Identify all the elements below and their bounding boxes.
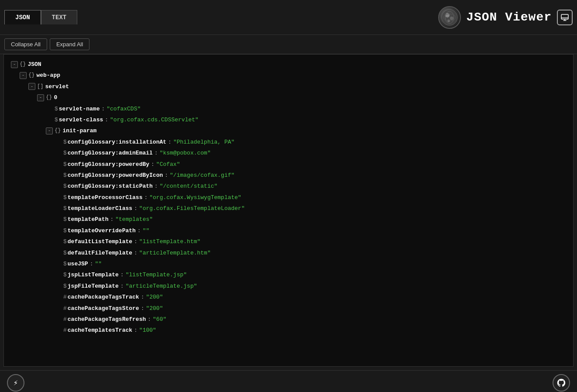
tab-json[interactable]: JSON — [4, 10, 41, 24]
tree-line: -{}JSON — [11, 59, 566, 70]
val-string: "cofaxCDS" — [106, 104, 141, 114]
key-prefix: $ — [63, 137, 67, 147]
tree-line: -{}init-param — [11, 125, 566, 136]
toggle-btn[interactable]: - — [37, 94, 44, 101]
colon: : — [137, 226, 141, 236]
tree-line: $configGlossary:installationAt:"Philadel… — [11, 137, 566, 148]
logo-icon — [438, 6, 461, 29]
colon: : — [110, 214, 113, 224]
key-name: configGlossary:installationAt — [68, 137, 166, 147]
node-label: JSON — [27, 59, 41, 69]
key-prefix: # — [63, 325, 67, 335]
type-badge: {} — [28, 71, 34, 80]
node-label: init-param — [62, 126, 96, 136]
key-prefix: $ — [63, 148, 67, 158]
key-prefix: # — [63, 292, 67, 302]
key-prefix: $ — [55, 104, 58, 114]
colon: : — [120, 281, 124, 291]
val-string: "/content/static" — [160, 181, 218, 191]
expand-all-button[interactable]: Expand All — [50, 38, 89, 50]
val-string: "org.cofax.cds.CDSServlet" — [110, 115, 199, 125]
tree-line: $configGlossary:poweredByIcon:"/images/c… — [11, 170, 566, 181]
tree-line: $servlet-class:"org.cofax.cds.CDSServlet… — [11, 114, 566, 125]
key-prefix: $ — [63, 281, 67, 291]
tree-line: $templateOverridePath:"" — [11, 225, 566, 236]
toolbar: Collapse All Expand All — [0, 35, 577, 54]
colon: : — [90, 259, 93, 269]
key-name: jspListTemplate — [68, 270, 119, 280]
lightning-icon-btn[interactable]: ⚡ — [7, 374, 24, 392]
val-string: "listTemplate.htm" — [139, 237, 200, 247]
tree-line: $templatePath:"templates" — [11, 214, 566, 225]
val-string: "org.cofax.FilesTemplateLoader" — [139, 203, 245, 213]
key-name: templatePath — [68, 214, 109, 224]
app-title: JSON Viewer — [466, 10, 552, 24]
key-prefix: # — [63, 303, 67, 313]
key-name: cacheTemplatesTrack — [68, 325, 132, 335]
colon: : — [101, 104, 105, 114]
svg-point-2 — [450, 17, 453, 20]
key-name: defaultListTemplate — [68, 237, 132, 247]
json-tree-container[interactable]: -{}JSON-{}web-app-[]servlet-{}0$servlet-… — [3, 54, 574, 367]
toggle-btn[interactable]: - — [28, 83, 35, 90]
colon: : — [148, 314, 151, 324]
key-name: configGlossary:staticPath — [68, 181, 153, 191]
collapse-all-button[interactable]: Collapse All — [4, 38, 47, 50]
toggle-btn[interactable]: - — [11, 61, 18, 68]
key-prefix: $ — [63, 193, 67, 203]
tree-line: $configGlossary:staticPath:"/content/sta… — [11, 181, 566, 192]
tree-line: $servlet-name:"cofaxCDS" — [11, 103, 566, 114]
val-string: "" — [95, 259, 102, 269]
key-prefix: $ — [63, 226, 67, 236]
val-string: "articleTemplate.htm" — [139, 248, 211, 258]
val-string: "articleTemplate.jsp" — [126, 281, 197, 291]
colon: : — [141, 292, 144, 302]
header: JSON TEXT JSON Viewer — [0, 0, 577, 35]
tree-line: $configGlossary:poweredBy:"Cofax" — [11, 159, 566, 170]
colon: : — [120, 270, 124, 280]
val-string: "org.cofax.WysiwygTemplate" — [149, 193, 241, 203]
tab-text[interactable]: TEXT — [41, 10, 78, 24]
type-badge: {} — [55, 126, 61, 136]
key-prefix: $ — [63, 248, 67, 258]
tree-line: #cachePackageTagsStore:"200" — [11, 303, 566, 314]
colon: : — [168, 137, 172, 147]
colon: : — [134, 325, 137, 335]
tree-line: #cachePackageTagsTrack:"200" — [11, 292, 566, 303]
svg-rect-6 — [561, 14, 568, 19]
colon: : — [165, 170, 168, 180]
key-name: templateLoaderClass — [68, 203, 132, 213]
colon: : — [151, 159, 155, 169]
key-prefix: $ — [63, 181, 67, 191]
tree-line: -{}web-app — [11, 70, 566, 81]
key-name: useJSP — [68, 259, 88, 269]
key-name: configGlossary:poweredBy — [68, 159, 149, 169]
tree-line: $defaultListTemplate:"listTemplate.htm" — [11, 236, 566, 247]
key-prefix: $ — [55, 115, 58, 125]
colon: : — [134, 203, 137, 213]
type-badge: [] — [37, 82, 43, 92]
toggle-btn[interactable]: - — [46, 127, 53, 134]
github-icon-btn[interactable] — [553, 374, 570, 392]
key-prefix: $ — [63, 214, 67, 224]
key-prefix: # — [63, 314, 67, 324]
tab-bar: JSON TEXT — [4, 10, 77, 24]
key-prefix: $ — [63, 170, 67, 180]
colon: : — [155, 181, 158, 191]
tree-line: $jspListTemplate:"listTemplate.jsp" — [11, 269, 566, 280]
key-name: defaultFileTemplate — [68, 248, 132, 258]
svg-point-0 — [442, 10, 457, 25]
val-string: "listTemplate.jsp" — [126, 270, 187, 280]
toggle-btn[interactable]: - — [20, 72, 27, 79]
tree-line: -[]servlet — [11, 81, 566, 92]
key-prefix: $ — [63, 159, 67, 169]
node-label: web-app — [36, 70, 60, 80]
val-string: "200" — [146, 303, 163, 313]
key-prefix: $ — [63, 203, 67, 213]
monitor-icon-btn[interactable] — [557, 10, 573, 25]
colon: : — [134, 248, 137, 258]
val-string: "ksm@pobox.com" — [160, 148, 211, 158]
tree-line: $defaultFileTemplate:"articleTemplate.ht… — [11, 248, 566, 258]
val-string: "Cofax" — [156, 159, 180, 169]
github-icon — [556, 378, 566, 388]
